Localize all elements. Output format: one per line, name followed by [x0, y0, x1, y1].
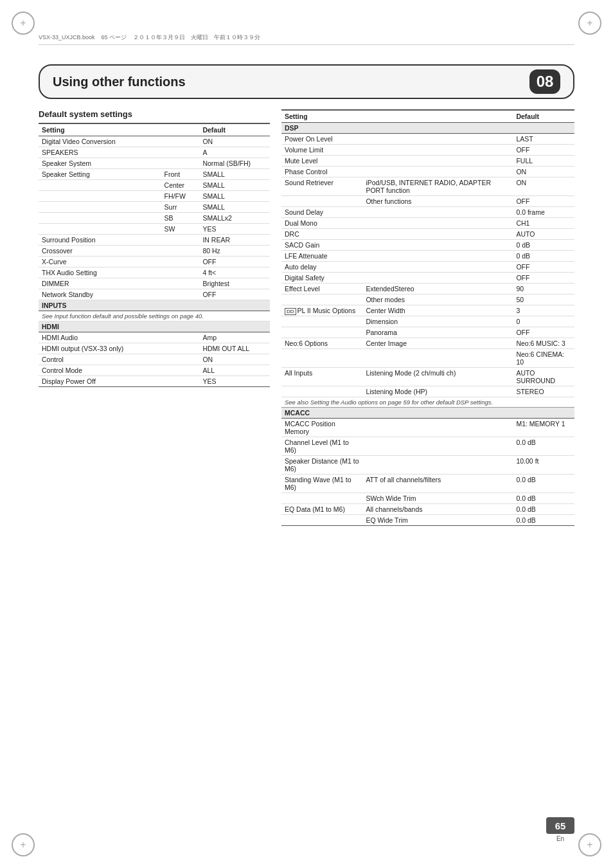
setting-sub-cell	[362, 349, 513, 368]
table-row: Mute LevelFULL	[281, 156, 574, 167]
setting-sub-cell	[153, 136, 200, 147]
table-row: DRCAUTO	[281, 229, 574, 240]
table-row: DSP	[281, 123, 574, 134]
corner-decoration-tr	[578, 12, 601, 35]
setting-name-cell	[281, 327, 362, 338]
setting-name-cell: DIMMER	[39, 278, 153, 289]
setting-sub-cell	[362, 240, 513, 251]
setting-name-cell: Crossover	[39, 246, 153, 257]
setting-name-cell: SPEAKERS	[39, 147, 153, 158]
table-row: MCACC Position MemoryM1: MEMORY 1	[281, 419, 574, 437]
default-value-cell: A	[199, 147, 270, 158]
table-row: Listening Mode (HP)STEREO	[281, 386, 574, 397]
right-col-header-default: Default	[513, 110, 574, 123]
note-cell: See also Setting the Audio options on pa…	[281, 397, 574, 408]
table-row: Other functionsOFF	[281, 196, 574, 207]
table-row: HDMI	[39, 321, 270, 332]
table-row: DDPL II Music OptionsCenter Width3	[281, 305, 574, 316]
bold-section-label: DSP	[281, 123, 574, 134]
setting-sub-cell: SWch Wide Trim	[362, 493, 513, 504]
page-number: 65	[546, 817, 574, 834]
default-value-cell: OFF	[513, 196, 574, 207]
table-row: EQ Wide Trim0.0 dB	[281, 515, 574, 526]
setting-sub-cell: Surr	[153, 202, 200, 213]
table-row: Digital Video ConversionON	[39, 136, 270, 147]
setting-name-cell: DRC	[281, 229, 362, 240]
setting-name-cell	[281, 515, 362, 526]
setting-name-cell: LFE Attenuate	[281, 251, 362, 262]
setting-sub-cell: Center Width	[362, 305, 513, 316]
table-row: SPEAKERSA	[39, 147, 270, 158]
setting-sub-cell	[153, 354, 200, 365]
default-value-cell: 10.00 ft	[513, 456, 574, 475]
default-value-cell: LAST	[513, 134, 574, 145]
table-row: Sound RetrieveriPod/USB, INTERNET RADIO,…	[281, 177, 574, 196]
setting-sub-cell: Other modes	[362, 294, 513, 305]
setting-name-cell: X-Curve	[39, 257, 153, 267]
setting-name-cell: Display Power Off	[39, 376, 153, 387]
setting-name-cell	[281, 196, 362, 207]
table-row: Digital SafetyOFF	[281, 273, 574, 284]
meta-date: ２０１０年３月９日 火曜日 午前１０時３９分	[133, 34, 260, 41]
setting-name-cell: Digital Video Conversion	[39, 136, 153, 147]
table-row: All InputsListening Mode (2 ch/multi ch)…	[281, 368, 574, 386]
chapter-header: Using other functions 08	[39, 64, 574, 99]
left-col-header-setting: Setting	[39, 123, 153, 136]
default-value-cell: 0.0 dB	[513, 515, 574, 526]
setting-name-cell: Effect Level	[281, 284, 362, 294]
default-value-cell: M1: MEMORY 1	[513, 419, 574, 437]
default-value-cell: 80 Hz	[199, 246, 270, 257]
table-row: Dimension0	[281, 316, 574, 327]
default-value-cell: 0.0 dB	[513, 504, 574, 515]
left-col-header-sub	[153, 123, 200, 136]
table-row: MCACC	[281, 408, 574, 419]
table-row: Phase ControlON	[281, 167, 574, 177]
setting-name-cell: Mute Level	[281, 156, 362, 167]
table-row: Speaker SettingFrontSMALL	[39, 169, 270, 180]
table-row: Other modes50	[281, 294, 574, 305]
setting-sub-cell	[153, 376, 200, 387]
default-value-cell: SMALL	[199, 191, 270, 202]
table-row: Network StandbyOFF	[39, 289, 270, 300]
left-column: Default system settings Setting Default …	[39, 109, 270, 817]
setting-name-cell: Standing Wave (M1 to M6)	[281, 475, 362, 493]
default-value-cell: 4 ft<	[199, 267, 270, 278]
setting-name-cell: HDMI output (VSX-33 only)	[39, 343, 153, 354]
default-value-cell: 0	[513, 316, 574, 327]
default-value-cell: Brightest	[199, 278, 270, 289]
setting-name-cell	[39, 191, 153, 202]
chapter-number: 08	[529, 69, 560, 94]
meta-page: 65 ページ	[102, 34, 127, 41]
default-value-cell: Amp	[199, 332, 270, 343]
table-row: Effect LevelExtendedStereo90	[281, 284, 574, 294]
setting-sub-cell: Listening Mode (2 ch/multi ch)	[362, 368, 513, 386]
setting-sub-cell	[153, 147, 200, 158]
table-row: THX Audio Setting4 ft<	[39, 267, 270, 278]
table-row: HDMI AudioAmp	[39, 332, 270, 343]
table-row: Sound Delay0.0 frame	[281, 207, 574, 218]
setting-name-cell: Channel Level (M1 to M6)	[281, 437, 362, 456]
table-row: Dual MonoCH1	[281, 218, 574, 229]
setting-name-cell	[281, 386, 362, 397]
setting-sub-cell	[153, 257, 200, 267]
setting-name-cell: Power On Level	[281, 134, 362, 145]
default-value-cell: ALL	[199, 365, 270, 376]
table-row: PanoramaOFF	[281, 327, 574, 338]
setting-sub-cell	[362, 134, 513, 145]
right-column: Setting Default DSPPower On LevelLASTVol…	[281, 109, 574, 817]
default-value-cell: 0.0 dB	[513, 437, 574, 456]
bold-section-label: HDMI	[39, 321, 270, 332]
table-row: SBSMALLx2	[39, 213, 270, 224]
setting-sub-cell: Dimension	[362, 316, 513, 327]
table-row: EQ Data (M1 to M6)All channels/bands0.0 …	[281, 504, 574, 515]
table-row: SWYES	[39, 224, 270, 235]
default-value-cell: ON	[513, 167, 574, 177]
default-value-cell: OFF	[513, 273, 574, 284]
setting-name-cell: Phase Control	[281, 167, 362, 177]
setting-name-cell	[39, 180, 153, 191]
default-value-cell: SMALL	[199, 169, 270, 180]
setting-sub-cell	[362, 251, 513, 262]
setting-name-cell	[281, 316, 362, 327]
table-row: SurrSMALL	[39, 202, 270, 213]
setting-sub-cell	[153, 289, 200, 300]
